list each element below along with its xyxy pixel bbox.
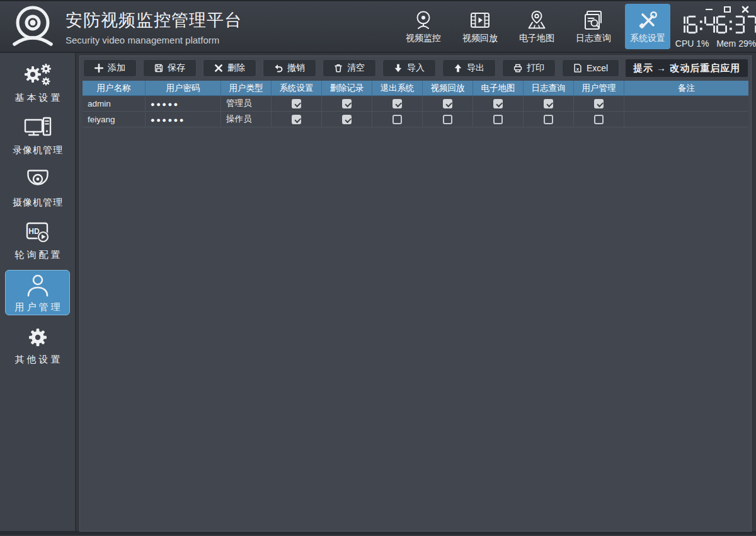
sidebar-item-polling-config[interactable]: HD 轮询配置 [5,218,70,263]
import-button[interactable]: 导入 [382,59,436,77]
excel-button[interactable]: x Excel [562,59,619,77]
button-label: 删除 [227,62,245,74]
sidebar-item-label: 其他设置 [15,354,63,366]
masked-password[interactable]: ●●●●● [151,99,180,108]
cell-password: ●●●●●● [146,112,221,127]
col-header-exit-system[interactable]: 退出系统 [372,81,423,96]
top-nav: 视频监控 视频回放 电子地图 [403,9,614,44]
cell-perm-e-map [473,112,524,127]
col-header-user-management[interactable]: 用户管理 [574,81,624,96]
table-row[interactable]: feiyang ●●●●●● 操作员 [83,112,748,127]
checkbox[interactable] [493,115,503,124]
col-header-log-query[interactable]: 日志查询 [524,81,574,96]
cell-perm-user-management [574,96,624,112]
checkbox[interactable] [594,99,604,108]
cell-username[interactable]: admin [83,96,146,112]
minimize-button[interactable] [704,5,713,14]
undo-button[interactable]: 撤销 [263,59,316,77]
sidebar-item-basic-settings[interactable]: 基本设置 [5,61,70,106]
sidebar-item-recorder-management[interactable]: 录像机管理 [5,113,70,158]
close-button[interactable] [741,5,750,14]
maximize-button[interactable] [723,5,731,14]
checkbox[interactable] [292,99,301,108]
table-row[interactable]: admin ●●●●● 管理员 [83,96,748,112]
print-icon [513,64,522,73]
sidebar-item-camera-management[interactable]: 摄像机管理 [5,165,70,211]
checkbox[interactable] [292,115,301,124]
table-header-row: 用户名称 用户密码 用户类型 系统设置 删除记录 退出系统 视频回放 电子地图 … [83,81,748,96]
nav-video-monitor[interactable]: 视频监控 [403,9,444,44]
nav-system-settings[interactable]: 系统设置 [625,4,670,49]
title-block: 安防视频监控管理平台 Security video management pla… [66,9,242,45]
svg-text:x: x [576,66,580,72]
checkbox[interactable] [443,99,452,108]
print-button[interactable]: 打印 [502,59,556,77]
cell-perm-video-playback [423,96,473,112]
save-button[interactable]: 保存 [143,59,197,77]
cell-usertype[interactable]: 管理员 [221,96,272,112]
window-controls [704,5,750,14]
toolbar: 添加 保存 删除 [83,59,748,80]
masked-password[interactable]: ●●●●●● [151,115,185,124]
col-header-video-playback[interactable]: 视频回放 [423,81,473,96]
sidebar-item-label: 摄像机管理 [13,197,63,209]
clock-digit [716,15,727,35]
checkbox[interactable] [443,115,452,124]
gear-icon [23,325,52,350]
sidebar-item-label: 基本设置 [15,92,63,104]
checkbox[interactable] [342,99,352,108]
col-header-delete-records[interactable]: 删除记录 [322,81,372,96]
clock-digit [687,15,697,35]
checkbox[interactable] [493,99,503,108]
checkbox[interactable] [594,115,604,124]
nav-label: 视频回放 [462,33,498,44]
clock-digit [728,15,733,35]
checkbox[interactable] [392,115,402,124]
clock-digit [746,15,756,35]
trash-icon [334,64,343,73]
checkbox[interactable] [544,115,553,124]
clock-display [675,14,756,35]
sidebar-item-other-settings[interactable]: 其他设置 [5,322,70,368]
add-button[interactable]: 添加 [83,59,137,77]
cell-perm-log-query [524,112,574,127]
export-arrow-up-icon [454,64,462,73]
col-header-system-settings[interactable]: 系统设置 [272,81,322,96]
clear-button[interactable]: 清空 [323,59,376,77]
col-header-usertype[interactable]: 用户类型 [221,81,272,96]
app-window: 安防视频监控管理平台 Security video management pla… [0,0,756,536]
cell-perm-user-management [574,112,624,127]
close-icon [742,6,749,13]
sidebar-item-user-management[interactable]: 用户管理 [5,270,70,315]
cell-perm-video-playback [423,112,473,127]
nav-label: 日志查询 [576,33,611,44]
webcam-icon [413,9,434,31]
checkbox[interactable] [392,99,402,108]
cell-username[interactable]: feiyang [83,112,146,127]
checkbox[interactable] [544,99,553,108]
col-header-password[interactable]: 用户密码 [146,81,221,96]
nav-video-playback[interactable]: 视频回放 [460,9,500,44]
col-header-username[interactable]: 用户名称 [83,81,146,96]
checkbox[interactable] [342,115,352,124]
cell-note[interactable] [624,112,748,127]
maximize-icon [724,6,731,13]
cpu-usage: CPU 1% [675,38,709,49]
nav-e-map[interactable]: 电子地图 [517,9,557,44]
export-button[interactable]: 导出 [442,59,496,77]
delete-button[interactable]: 删除 [203,59,256,77]
restart-hint: 提示 → 改动后重启应用 [626,59,748,77]
mem-usage: Mem 29% [716,38,756,49]
cell-note[interactable] [624,96,748,112]
header-bar: 安防视频监控管理平台 Security video management pla… [0,0,756,53]
nav-log-query[interactable]: 日志查询 [573,9,614,44]
col-header-note[interactable]: 备注 [624,81,748,96]
cell-usertype[interactable]: 操作员 [221,112,272,127]
nav-label: 系统设置 [630,33,665,44]
cell-perm-delete-records [322,112,372,127]
col-header-e-map[interactable]: 电子地图 [473,81,524,96]
button-label: 清空 [347,62,365,74]
button-label: 添加 [108,62,125,74]
sidebar: 基本设置 录像机管理 摄像机管理 [0,53,76,531]
tools-icon [637,9,658,30]
